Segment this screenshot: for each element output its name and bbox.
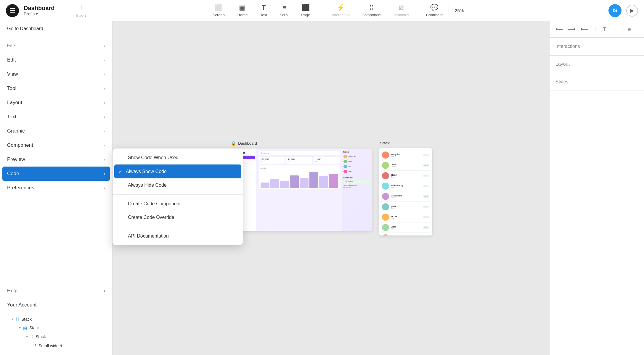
canvas-content: 🔒 Dashboard DASHBOARD Overview Tasks Pro… [230,141,432,235]
toolbar-divider-2 [202,5,202,17]
chevron-right-icon: › [103,288,105,294]
insert-button[interactable]: ＋ Insert [71,1,91,20]
right-panel-toolbar: ⟵ ⟶ ⟵ ⊥ ⊤ ⊥ ⁞ ≡ [550,21,644,38]
layer-item-stack-1[interactable]: ▾ ⁞⁞ Stack [5,314,107,324]
dropdown-item-create-code-override[interactable]: Create Code Override [113,211,243,224]
distribute-icon[interactable]: ⊥ [592,25,599,34]
stack-avatar [382,172,389,179]
lock-icon: 🔒 [231,141,236,146]
sidebar-item-preferences[interactable]: Preferences › [0,181,112,195]
user-avatar[interactable]: IS [608,4,621,17]
text-icon: T [262,4,266,12]
interactions-section: Interactions [550,38,644,55]
interaction-tool[interactable]: ⚡ Interaction [327,2,355,19]
layer-item-small-widget[interactable]: ⁞⁞ Small widget [5,341,107,350]
page-icon: ⬛ [302,4,310,12]
interactions-label: Interactions [555,44,638,49]
toolbar-divider-3 [321,5,321,17]
sidebar-item-graphic[interactable]: Graphic › [0,124,112,138]
mini-bars [261,170,338,188]
zoom-level[interactable]: 25% [455,8,464,13]
stack-row-8: Oldie Dev +4 → [381,222,431,233]
hamburger-button[interactable] [6,4,19,17]
sidebar-top: Go to Dashboard [0,21,112,36]
align-left-icon[interactable]: ⟵ [554,25,564,34]
stack-avatar [382,162,389,169]
scroll-tool[interactable]: ≡ Scroll [275,2,294,19]
component-icon: ⁞⁞ [370,4,374,12]
stack-avatar [382,224,389,231]
your-account-label: Your Account [0,298,112,312]
dropdown-item-show-code-when-used[interactable]: Show Code When Used [113,151,243,164]
text-tool[interactable]: T Text [255,2,273,19]
stack-avatar [382,234,389,235]
stack-row-1: Naughlin Dev +4 → [381,150,431,160]
mini-dashboard: DASHBOARD Overview Tasks Projects Report… [230,149,372,231]
sidebar-item-text[interactable]: Text › [0,110,112,124]
toolbar-right: IS ▶ [555,4,638,17]
variables-tool[interactable]: ⊠ Variables [388,2,414,19]
sidebar-item-layout[interactable]: Layout › [0,96,112,110]
sidebar-item-help[interactable]: Help › [0,284,112,298]
app-subtitle: Drafts ▾ [24,12,54,16]
mini-row-3: Oldie [343,164,371,169]
stack-avatar [382,183,389,190]
screen-tool[interactable]: ⬜ Screen [208,2,229,19]
comment-button[interactable]: 💬 Comment [426,4,443,17]
toolbar-center: ⬜ Screen ▣ Frame T Text ≡ Scroll ⬛ Page … [107,2,555,19]
sidebar-item-file[interactable]: File › [0,39,112,53]
grid-icon: ▤ [23,325,27,330]
collapse-arrow-icon: ▾ [12,317,14,321]
layout-label: Layout [555,62,638,67]
page-tool[interactable]: ⬛ Page [296,2,315,19]
stack-row-6: Laura Dev +4 → [381,202,431,212]
mini-search: 🔍 Search... [259,151,340,155]
sidebar-item-tool[interactable]: Tool › [0,81,112,96]
component-tool[interactable]: ⁞⁞ Component [357,2,386,19]
stack-avatar [382,214,389,221]
chevron-right-icon: › [104,72,105,77]
stack-row-3: Blobst Dev +4 → [381,171,431,181]
play-button[interactable]: ▶ [626,5,638,17]
align-bottom-icon[interactable]: ⊥ [611,25,618,34]
layer-item-stack-2[interactable]: ▾ ▤ Stack [5,324,107,332]
space-vertical-icon[interactable]: ≡ [627,25,632,34]
styles-section: Styles [550,73,644,91]
stack-row-2: Laura Lead +4 → [381,160,431,171]
dropdown-item-create-code-component[interactable]: Create Code Component [113,197,243,211]
left-sidebar: Go to Dashboard File › Edit › View › Too… [0,21,113,355]
chevron-right-icon: › [104,86,105,91]
checkmark-icon: ✓ [118,169,122,174]
sidebar-item-edit[interactable]: Edit › [0,53,112,67]
stack-preview-card: Naughlin Dev +4 → Laura Lead +4 → [379,148,432,235]
hamburger-icon [10,8,15,13]
sidebar-item-code[interactable]: Code › [2,167,110,181]
toolbar-divider-5 [449,5,449,17]
layers-section: ▾ ⁞⁞ Stack ▾ ▤ Stack ▾ ⁞⁞ Stack ⁞⁞ Small… [0,312,112,353]
align-top-icon[interactable]: ⊤ [601,25,608,34]
space-horizontal-icon[interactable]: ⁞ [620,25,624,34]
dropdown-item-always-hide-code[interactable]: Always Hide Code [113,178,243,192]
sidebar-item-preview[interactable]: Preview › [0,152,112,167]
layer-item-stack-3[interactable]: ▾ ⁞⁞ Stack [5,332,107,341]
scroll-icon: ≡ [282,4,286,12]
go-to-dashboard-link[interactable]: Go to Dashboard [7,26,105,31]
chevron-right-icon: › [104,100,105,105]
mini-row-1: Douglas Inc. [343,154,371,159]
sidebar-item-view[interactable]: View › [0,67,112,81]
sidebar-item-component[interactable]: Component › [0,138,112,152]
mini-stat-2: 11,589 +4 [286,157,312,164]
code-dropdown-menu: Show Code When Used ✓ Always Show Code A… [113,149,243,245]
menu-items: File › Edit › View › Tool › Layout › Tex… [0,36,112,281]
toolbar: Dashboard Drafts ▾ ＋ Insert ⬜ Screen ▣ F… [0,0,644,21]
dropdown-item-always-show-code[interactable]: ✓ Always Show Code [114,164,241,178]
dashboard-preview-group: 🔒 Dashboard DASHBOARD Overview Tasks Pro… [230,141,372,235]
variables-icon: ⊠ [399,4,404,12]
align-center-icon[interactable]: ⟶ [567,25,577,34]
align-right-icon[interactable]: ⟵ [579,25,589,34]
frame-tool[interactable]: ▣ Frame [232,2,253,19]
stack-row-9: Media Candy Dev +4 → [381,233,431,235]
play-icon: ▶ [630,8,634,13]
stack-row-7: Nicola Dev +4 → [381,212,431,222]
dropdown-item-api-documentation[interactable]: API Documentation [113,229,243,243]
